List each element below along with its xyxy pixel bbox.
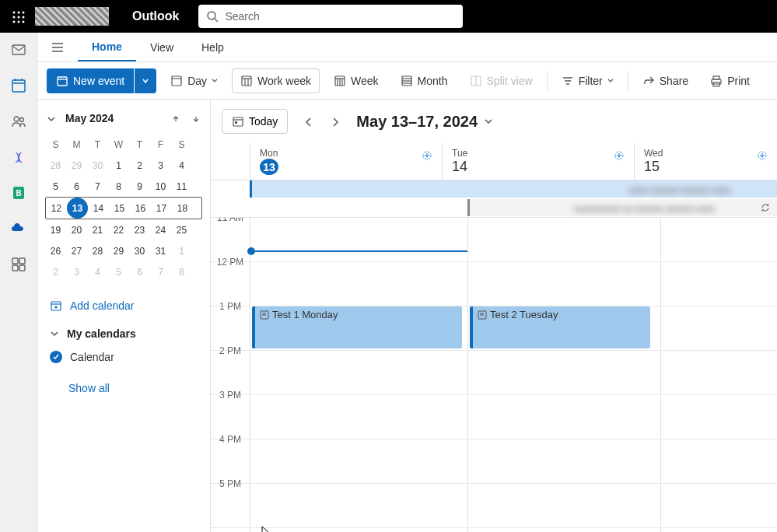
add-event-icon[interactable] [757, 148, 768, 162]
new-event-button[interactable]: New event [47, 68, 134, 93]
hamburger-icon[interactable] [37, 40, 78, 54]
mini-cal-day[interactable]: 11 [171, 176, 192, 197]
time-row[interactable]: 5 PM [211, 484, 777, 528]
mini-cal-day[interactable]: 27 [66, 240, 87, 261]
mini-cal-week[interactable]: 567891011 [45, 176, 202, 197]
bookings-rail-icon[interactable]: B [8, 182, 30, 204]
allday-row[interactable]: ▬▬ ▬▬▬ ▬▬▬ ▬▬ ▬▬▬▬▬ ▬ ▬▬▬ ▬▬▬ ▬▬ [211, 180, 777, 218]
my-calendars-header[interactable]: My calendars [45, 323, 202, 345]
mini-cal-week[interactable]: 2829301234 [45, 155, 202, 176]
calendar-rail-icon[interactable] [8, 75, 30, 96]
allday-event[interactable]: ▬▬▬▬▬ ▬ ▬▬▬ ▬▬▬ ▬▬ [467, 199, 777, 216]
next-month-icon[interactable] [190, 110, 202, 126]
mini-cal-day[interactable]: 4 [171, 155, 192, 176]
day-header[interactable]: Wed15 [634, 143, 777, 180]
people-rail-icon[interactable] [8, 110, 30, 132]
mini-cal-day[interactable]: 29 [108, 240, 129, 261]
mini-cal-day[interactable]: 31 [150, 240, 171, 261]
mini-cal-day[interactable]: 5 [45, 176, 66, 197]
mini-cal-day[interactable]: 23 [129, 219, 150, 240]
add-event-icon[interactable] [422, 148, 432, 162]
mini-cal-day[interactable]: 18 [172, 198, 193, 219]
mini-cal-day[interactable]: 15 [109, 198, 130, 219]
mini-cal-day[interactable]: 17 [151, 198, 172, 219]
mini-cal-day[interactable]: 14 [88, 198, 109, 219]
time-row[interactable]: 4 PM [211, 439, 777, 484]
mini-cal-day[interactable]: 8 [171, 261, 192, 282]
prev-week-icon[interactable] [303, 114, 314, 128]
calendar-event[interactable]: Test 2 Tuesday [470, 306, 650, 348]
filter-button[interactable]: Filter [554, 68, 621, 93]
mini-cal-day[interactable]: 13 [67, 198, 88, 219]
mini-cal-day[interactable]: 28 [45, 155, 66, 176]
calendar-item[interactable]: Calendar [45, 345, 202, 369]
mini-cal-day[interactable]: 21 [87, 219, 108, 240]
mini-cal-day[interactable]: 24 [150, 219, 171, 240]
mini-cal-day[interactable]: 20 [66, 219, 87, 240]
add-event-icon[interactable] [614, 148, 625, 162]
mini-cal-day[interactable]: 8 [108, 176, 129, 197]
mini-cal-day[interactable]: 29 [66, 155, 87, 176]
mini-cal-week[interactable]: 19202122232425 [45, 219, 202, 240]
day-view-button[interactable]: Day [163, 68, 226, 93]
next-week-icon[interactable] [330, 114, 341, 128]
mini-cal-day[interactable]: 10 [150, 176, 171, 197]
chevron-down-icon[interactable] [45, 110, 58, 126]
allday-event[interactable]: ▬▬ ▬▬▬ ▬▬▬ ▬▬ [250, 180, 777, 198]
print-button[interactable]: Print [702, 68, 758, 93]
mini-cal-day[interactable]: 3 [66, 261, 87, 282]
mini-cal-day[interactable]: 7 [150, 261, 171, 282]
work-week-view-button[interactable]: Work week [232, 68, 320, 93]
day-header[interactable]: Mon13 [250, 143, 442, 180]
tab-home[interactable]: Home [78, 33, 136, 61]
week-view-button[interactable]: Week [326, 68, 387, 93]
time-row[interactable]: 11 AM [211, 218, 777, 262]
show-all-button[interactable]: Show all [45, 369, 202, 399]
mini-cal-day[interactable]: 19 [45, 219, 66, 240]
mini-cal-week[interactable]: 2627282930311 [45, 240, 202, 261]
mini-cal-day[interactable]: 9 [129, 176, 150, 197]
time-grid[interactable]: 11 AM12 PM1 PM2 PM3 PM4 PM5 PM Test 1 Mo… [211, 218, 777, 532]
onedrive-rail-icon[interactable] [8, 218, 30, 240]
month-view-button[interactable]: Month [393, 68, 456, 93]
mini-cal-day[interactable]: 6 [129, 261, 150, 282]
tab-help[interactable]: Help [187, 33, 238, 61]
app-launcher-icon[interactable] [6, 9, 31, 25]
mini-cal-day[interactable]: 12 [46, 198, 67, 219]
mini-cal-day[interactable]: 25 [171, 219, 192, 240]
mail-rail-icon[interactable] [8, 39, 30, 61]
mini-cal-day[interactable]: 30 [87, 155, 108, 176]
mini-cal-day[interactable]: 1 [108, 155, 129, 176]
mini-cal-day[interactable]: 6 [66, 176, 87, 197]
mini-cal-day[interactable]: 7 [87, 176, 108, 197]
mini-cal-day[interactable]: 1 [171, 240, 192, 261]
today-button[interactable]: Today [222, 109, 288, 134]
time-row[interactable]: 12 PM [211, 262, 777, 306]
add-calendar-button[interactable]: Add calendar [50, 299, 202, 312]
copilot-rail-icon[interactable] [8, 146, 30, 168]
time-row[interactable]: 2 PM [211, 351, 777, 395]
search-input[interactable]: Search [198, 5, 463, 28]
mini-cal-day[interactable]: 2 [45, 261, 66, 282]
new-event-dropdown[interactable] [135, 68, 156, 93]
mini-cal-day[interactable]: 16 [130, 198, 151, 219]
mini-cal-week[interactable]: 2345678 [45, 261, 202, 282]
mini-cal-day[interactable]: 30 [129, 240, 150, 261]
mini-cal-day[interactable]: 22 [108, 219, 129, 240]
mini-cal-day[interactable]: 26 [45, 240, 66, 261]
prev-month-icon[interactable] [170, 110, 182, 126]
mini-cal-week[interactable]: 12131415161718 [45, 197, 202, 219]
tab-view[interactable]: View [136, 33, 187, 61]
mini-cal-day[interactable]: 5 [108, 261, 129, 282]
mini-cal-day[interactable]: 2 [129, 155, 150, 176]
mini-calendar[interactable]: SMTWTFS 28293012345678910111213141516171… [45, 134, 202, 282]
day-header[interactable]: Tue14 [442, 143, 634, 180]
date-range[interactable]: May 13–17, 2024 [356, 113, 493, 131]
mini-cal-day[interactable]: 4 [87, 261, 108, 282]
time-row[interactable]: 3 PM [211, 395, 777, 439]
mini-cal-day[interactable]: 3 [150, 155, 171, 176]
calendar-event[interactable]: Test 1 Monday [252, 306, 462, 348]
share-button[interactable]: Share [635, 68, 696, 93]
more-apps-rail-icon[interactable] [8, 254, 30, 275]
mini-cal-day[interactable]: 28 [87, 240, 108, 261]
